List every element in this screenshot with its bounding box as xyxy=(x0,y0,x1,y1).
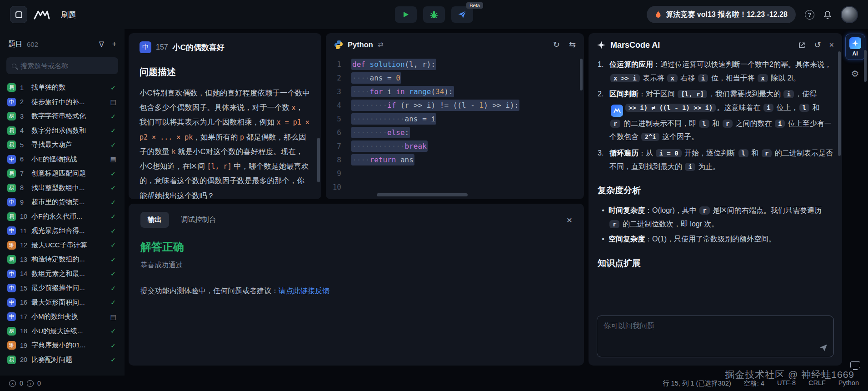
reset-code-icon[interactable]: ↻ xyxy=(553,40,560,50)
editor-hscrollbar[interactable] xyxy=(377,193,468,196)
debug-button[interactable] xyxy=(423,6,445,23)
text: 的二进制表示不同，即 xyxy=(621,120,698,127)
ai-input[interactable] xyxy=(597,316,833,357)
problem-list-item[interactable]: 易 18 小U的最大连续... xyxy=(0,324,125,339)
code-area[interactable]: 1def solution(l, r):2····ans = 03····for… xyxy=(326,56,584,194)
problem-list-item[interactable]: 中 17 小M的数组变换 xyxy=(0,310,125,324)
filter-icon[interactable]: ∇ xyxy=(99,40,104,49)
search-box[interactable] xyxy=(6,57,118,74)
text: 和 xyxy=(710,120,722,127)
inline-code: r xyxy=(762,149,772,157)
problem-list-item[interactable]: 中 6 小E的怪物挑战 xyxy=(0,152,125,167)
problem-list-item[interactable]: 中 11 观光景点组合得... xyxy=(0,224,125,238)
close-icon[interactable]: × xyxy=(829,40,834,50)
problem-number: 4 xyxy=(20,127,27,134)
problem-number: 19 xyxy=(20,342,27,349)
problem-list-item[interactable]: 易 8 找出整型数组中... xyxy=(0,181,125,196)
code-line[interactable]: 10 xyxy=(326,180,584,194)
feedback-link[interactable]: 请点此链接反馈 xyxy=(279,287,329,295)
problem-title: 比赛配对问题 xyxy=(31,356,105,364)
problem-list-item[interactable]: 易 7 创意标题匹配问题 xyxy=(0,166,125,181)
list-item-text: 区间判断：对于区间 [l, r]，我们需要找到最大的 i，使得 >> i) ≠ … xyxy=(609,87,833,144)
code-line[interactable]: 2····ans = 0 xyxy=(326,71,584,85)
problem-list-item[interactable]: 中 14 数组元素之和最... xyxy=(0,267,125,281)
contest-banner[interactable]: 算法竞赛 vol13 报名啦！12.23 -12.28 xyxy=(647,6,796,23)
problem-list-item[interactable]: 易 4 数字分组求偶数和 xyxy=(0,124,125,138)
problem-list-item[interactable]: 中 15 最少前缀操作问... xyxy=(0,281,125,296)
inline-code: r xyxy=(723,120,733,128)
close-icon[interactable]: × xyxy=(567,215,572,226)
bullet-marker xyxy=(598,204,609,231)
problem-list-item[interactable]: 易 10 小F的永久代币... xyxy=(0,210,125,224)
problem-title: 超市里的货物架... xyxy=(31,198,105,206)
layout-icon[interactable]: ⇆ xyxy=(569,40,576,50)
inline-code: k xyxy=(172,148,176,156)
status-icon xyxy=(109,227,117,235)
sidebar-scrollbar[interactable] xyxy=(864,50,867,82)
tab-debug-console[interactable]: 调试控制台 xyxy=(181,215,216,225)
bullet-item: 时间复杂度：O(logr)，其中 r 是区间的右端点。我们只需要遍历 r 的二进… xyxy=(598,204,833,231)
status-icon xyxy=(109,270,117,277)
code-line[interactable]: 6········else: xyxy=(326,126,584,140)
status-icon xyxy=(109,241,117,249)
errors-count: 0 xyxy=(20,380,23,387)
code-line[interactable]: 9 xyxy=(326,167,584,180)
problem-list-item[interactable]: 易 5 寻找最大葫芦 xyxy=(0,138,125,152)
inline-code: >> i) ≠ ((l - 1) >> i) xyxy=(625,104,716,112)
monitor-icon[interactable] xyxy=(850,361,860,368)
problem-list-item[interactable]: 中 16 最大矩形面积问... xyxy=(0,296,125,310)
inline-code: r xyxy=(610,120,620,128)
text: 。这意味着在 xyxy=(717,104,762,111)
code-line[interactable]: 5············ans = i xyxy=(326,112,584,126)
problem-scrollbar[interactable] xyxy=(317,138,320,182)
run-button[interactable] xyxy=(395,6,417,23)
status-icon xyxy=(109,184,117,191)
problem-number: 6 xyxy=(20,155,27,163)
line-number: 3 xyxy=(326,85,351,99)
warnings-icon[interactable]: i xyxy=(27,380,34,387)
marscode-logo[interactable] xyxy=(34,10,50,20)
editor-vscrollbar[interactable] xyxy=(580,59,583,90)
export-icon[interactable] xyxy=(798,41,806,49)
app-logo-icon[interactable] xyxy=(10,6,27,23)
problem-list-item[interactable]: 中 2 徒步旅行中的补... xyxy=(0,95,125,110)
feedback-text: 提交功能内测体验中，任何问题或者建议： xyxy=(140,287,279,295)
search-input[interactable] xyxy=(20,62,113,70)
bell-icon[interactable] xyxy=(823,10,832,19)
code-line[interactable]: 4········if (r >> i) != ((l - 1) >> i): xyxy=(326,99,584,112)
problem-list-item[interactable]: 易 13 构造特定数组的... xyxy=(0,252,125,267)
text: ，使得 xyxy=(795,90,817,98)
bold-text: 空间复杂度 xyxy=(609,235,645,243)
ai-scrollbar[interactable] xyxy=(838,51,841,156)
problem-list-item[interactable]: 易 1 找单独的数 xyxy=(0,80,125,95)
avatar[interactable] xyxy=(841,6,858,23)
code-line[interactable]: 8····return ans xyxy=(326,153,584,167)
code-line[interactable]: 1def solution(l, r): xyxy=(326,58,584,71)
problem-list-item[interactable]: 中 9 超市里的货物架... xyxy=(0,195,125,210)
history-icon[interactable]: ↺ xyxy=(814,40,821,50)
problem-list-item[interactable]: 难 12 最大UCC子串计算 xyxy=(0,238,125,253)
problem-list-item[interactable]: 易 20 比赛配对问题 xyxy=(0,353,125,367)
bold-text: 区间判断 xyxy=(609,90,639,98)
send-icon[interactable] xyxy=(819,343,828,352)
code-line[interactable]: 7············break xyxy=(326,140,584,153)
problem-title: 找单独的数 xyxy=(31,83,105,92)
cursor-position[interactable]: 行 15, 列 1 (已选择302) xyxy=(663,379,731,388)
add-icon[interactable]: + xyxy=(112,40,116,49)
submit-button[interactable]: Beta xyxy=(451,6,473,23)
problem-list-item[interactable]: 易 3 数字字符串格式化 xyxy=(0,109,125,124)
ai-launcher-button[interactable]: AI xyxy=(845,34,865,60)
watermark: 掘金技术社区 @ 神经蛙1669 xyxy=(725,368,854,381)
code-line[interactable]: 3····for i in range(34): xyxy=(326,85,584,99)
problem-list-item[interactable]: 难 19 字典序最小的01... xyxy=(0,338,125,353)
settings-icon[interactable]: ⚙ xyxy=(851,68,859,79)
tab-output[interactable]: 输出 xyxy=(140,212,169,228)
errors-icon[interactable]: × xyxy=(9,380,16,387)
help-icon[interactable]: ? xyxy=(805,10,814,20)
problem-title: 数字字符串格式化 xyxy=(31,112,105,120)
language-switch-icon[interactable]: ⇄ xyxy=(378,40,384,49)
line-number: 7 xyxy=(326,140,351,153)
sidebar-title: 题目 xyxy=(8,40,23,49)
inline-code: r xyxy=(699,206,709,215)
ai-input-box[interactable] xyxy=(597,316,834,357)
